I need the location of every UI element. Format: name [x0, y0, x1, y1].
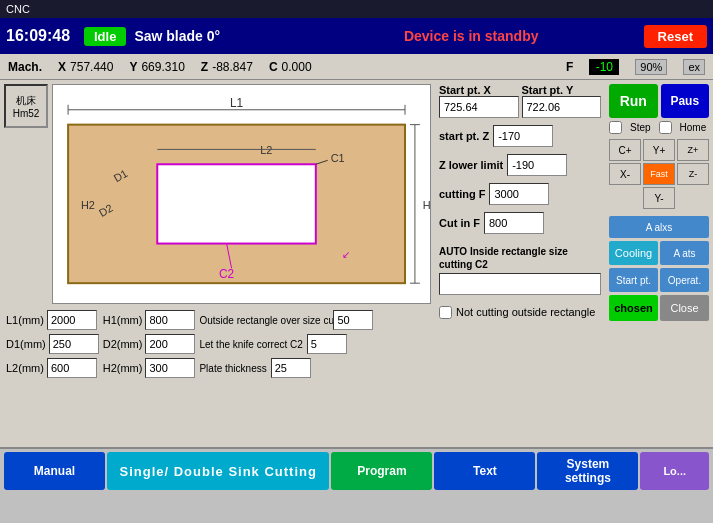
z-lower-row: Z lower limit	[439, 154, 601, 176]
ex-button[interactable]: ex	[683, 59, 705, 75]
mach-label-item: Mach.	[8, 60, 42, 74]
h1-input[interactable]	[145, 310, 195, 330]
h2-label: H2(mm)	[103, 362, 143, 374]
a-ats-button[interactable]: A ats	[660, 241, 709, 265]
c-label: C	[269, 60, 278, 74]
h1-label: H1(mm)	[103, 314, 143, 326]
start-pt-button[interactable]: Start pt.	[609, 268, 658, 292]
idle-badge: Idle	[84, 27, 126, 46]
pause-button[interactable]: Paus	[661, 84, 710, 118]
text-button[interactable]: Text	[434, 452, 535, 490]
start-pt-z-input[interactable]	[493, 125, 553, 147]
start-pt-z-row: start pt. Z	[439, 125, 601, 147]
d2-input[interactable]	[145, 334, 195, 354]
not-cutting-label: Not cutting outside rectangle	[456, 306, 595, 318]
start-pt-x-input[interactable]	[439, 96, 519, 118]
cooling-button[interactable]: Cooling	[609, 241, 658, 265]
cut-in-f-input[interactable]	[484, 212, 544, 234]
f-value-box: -10	[589, 59, 619, 75]
l2-label: L2(mm)	[6, 362, 44, 374]
start-pt-y-label: Start pt. Y	[522, 84, 602, 96]
start-pt-z-label: start pt. Z	[439, 130, 489, 142]
left-panel: 机床 Hm52 L1 L2	[0, 80, 435, 447]
step-label: Step	[630, 122, 651, 133]
standby-text: Device is in standby	[307, 28, 636, 44]
let-knife-input[interactable]	[307, 334, 347, 354]
start-pt-y-group: Start pt. Y	[522, 84, 602, 118]
start-pt-row: Start pt. X Start pt. Y	[439, 84, 601, 118]
params-section: L1(mm) H1(mm) Outside rectangle over siz…	[4, 308, 431, 380]
c-coord: C 0.000	[269, 60, 312, 74]
run-button[interactable]: Run	[609, 84, 658, 118]
d1-label: D1(mm)	[6, 338, 46, 350]
step-home-row: Step Home	[609, 121, 709, 134]
d1-input[interactable]	[49, 334, 99, 354]
title-bar-text: CNC	[6, 3, 30, 15]
step-checkbox[interactable]	[609, 121, 622, 134]
x-label: X	[58, 60, 66, 74]
auto-button[interactable]: Single/ Double Sink Cutting	[107, 452, 329, 490]
not-cutting-checkbox[interactable]	[439, 306, 452, 319]
cutting-diagram: L1 L2 H1 D1 D2 H2 C1	[53, 85, 430, 303]
f-label: F	[566, 60, 573, 74]
d2-param: D2(mm)	[103, 334, 196, 354]
main-area: 机床 Hm52 L1 L2	[0, 80, 713, 447]
svg-text:H2: H2	[81, 199, 95, 211]
start-pt-x-label: Start pt. X	[439, 84, 519, 96]
fast-button[interactable]: Fast	[643, 163, 675, 185]
manual-button[interactable]: Manual	[4, 452, 105, 490]
system-settings-button[interactable]: System settings	[537, 452, 638, 490]
c-value: 0.000	[282, 60, 312, 74]
l2-input[interactable]	[47, 358, 97, 378]
z-value: -88.847	[212, 60, 253, 74]
x-minus-button[interactable]: X-	[609, 163, 641, 185]
y-label: Y	[129, 60, 137, 74]
z-plus-button[interactable]: Z+	[677, 139, 709, 161]
z-minus-button[interactable]: Z-	[677, 163, 709, 185]
y-coord: Y 669.310	[129, 60, 184, 74]
diagram-container: L1 L2 H1 D1 D2 H2 C1	[52, 84, 431, 304]
plate-input[interactable]	[271, 358, 311, 378]
lo-button[interactable]: Lo...	[640, 452, 709, 490]
nav-grid: C+ Y+ Z+ X- Fast Z- Y-	[609, 139, 709, 209]
outside-rect-input[interactable]	[333, 310, 373, 330]
start-pt-y-input[interactable]	[522, 96, 602, 118]
l1-param: L1(mm)	[6, 310, 99, 330]
machine-button[interactable]: 机床 Hm52	[4, 84, 48, 128]
reset-button[interactable]: Reset	[644, 25, 707, 48]
a-alxs-button[interactable]: A alxs	[609, 216, 709, 238]
cut-in-f-label: Cut in F	[439, 217, 480, 229]
x-value: 757.440	[70, 60, 113, 74]
c-plus-button[interactable]: C+	[609, 139, 641, 161]
y-minus-button[interactable]: Y-	[643, 187, 675, 209]
plate-label: Plate thickness	[199, 363, 266, 374]
outside-rect-param: Outside rectangle over size cutting C1	[199, 310, 429, 330]
l1-input[interactable]	[47, 310, 97, 330]
operat-button[interactable]: Operat.	[660, 268, 709, 292]
status-bar: 16:09:48 Idle Saw blade 0° Device is in …	[0, 18, 713, 54]
machine-btn-line2: Hm52	[13, 108, 40, 119]
z-lower-input[interactable]	[507, 154, 567, 176]
d2-label: D2(mm)	[103, 338, 143, 350]
home-checkbox[interactable]	[659, 121, 672, 134]
l1-label: L1(mm)	[6, 314, 44, 326]
chosen-button[interactable]: chosen	[609, 295, 658, 321]
middle-panel: Start pt. X Start pt. Y start pt. Z Z lo…	[435, 80, 605, 447]
start-pt-x-group: Start pt. X	[439, 84, 519, 118]
cutting-f-input[interactable]	[489, 183, 549, 205]
close-button[interactable]: Close	[660, 295, 709, 321]
h2-input[interactable]	[145, 358, 195, 378]
auto-input[interactable]	[439, 273, 601, 295]
title-bar: CNC	[0, 0, 713, 18]
home-label: Home	[680, 122, 707, 133]
y-plus-button[interactable]: Y+	[643, 139, 675, 161]
program-button[interactable]: Program	[331, 452, 432, 490]
svg-text:H1: H1	[423, 199, 430, 211]
svg-text:↙: ↙	[342, 249, 350, 260]
x-coord: X 757.440	[58, 60, 113, 74]
svg-text:C2: C2	[219, 267, 234, 281]
cut-in-f-row: Cut in F	[439, 212, 601, 234]
cutting-f-label: cutting F	[439, 188, 485, 200]
cutting-f-row: cutting F	[439, 183, 601, 205]
z-label: Z	[201, 60, 208, 74]
